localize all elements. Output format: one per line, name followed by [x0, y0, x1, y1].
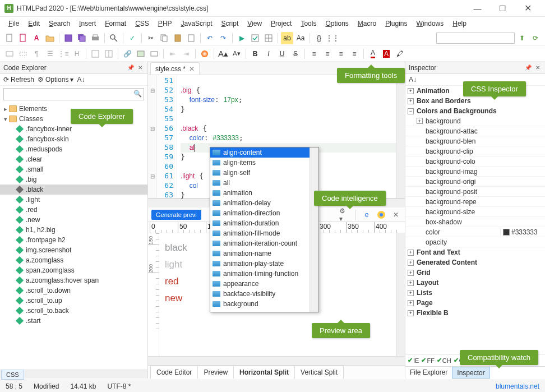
search-input[interactable]: [3, 88, 144, 100]
new-file-icon[interactable]: [3, 32, 16, 44]
property-row[interactable]: +background: [405, 116, 545, 126]
property-row[interactable]: box-shadow: [405, 217, 545, 227]
align-justify-icon[interactable]: ≡: [348, 48, 361, 60]
autocomplete-item[interactable]: align-content: [210, 147, 318, 158]
paste-icon[interactable]: [172, 32, 184, 44]
right-tab[interactable]: Inspector: [452, 367, 489, 379]
autocomplete-item[interactable]: animation-name: [210, 248, 318, 259]
upload-icon[interactable]: ⬆: [516, 32, 528, 44]
format-icon[interactable]: ⋮⋮: [326, 32, 339, 44]
font-color-icon[interactable]: A: [367, 48, 379, 60]
menu-insert[interactable]: Insert: [75, 18, 100, 29]
autocomplete-item[interactable]: align-items: [210, 158, 318, 168]
maximize-button[interactable]: ☐: [490, 1, 515, 16]
menu-view[interactable]: View: [243, 18, 266, 29]
menu-format[interactable]: Format: [101, 18, 130, 29]
generate-preview-button[interactable]: Generate previ: [151, 210, 201, 220]
link-icon[interactable]: 🔗: [121, 48, 133, 60]
tree-item[interactable]: .fancybox-inner: [0, 124, 147, 134]
menu-plugins[interactable]: Plugins: [381, 18, 411, 29]
property-row[interactable]: background-clip: [405, 146, 545, 156]
property-group[interactable]: +Lists: [405, 288, 545, 298]
tree-item[interactable]: .scroll_to.down: [0, 285, 147, 296]
property-row[interactable]: background-colo: [405, 156, 545, 167]
tree-item[interactable]: .new: [0, 215, 147, 225]
property-row[interactable]: background-attac: [405, 126, 545, 136]
property-row[interactable]: background-size: [405, 207, 545, 217]
ie-icon[interactable]: e: [361, 209, 372, 220]
close-button[interactable]: ✕: [515, 1, 541, 16]
autocomplete-item[interactable]: animation-timing-function: [210, 269, 318, 279]
autocomplete-item[interactable]: backface-visibility: [210, 289, 318, 299]
ol-icon[interactable]: ⋮≡: [57, 48, 70, 60]
tree-item[interactable]: a.zoomglass: [0, 255, 147, 265]
cut-icon[interactable]: ✂: [145, 32, 157, 44]
undo-icon[interactable]: ↶: [204, 32, 216, 44]
property-row[interactable]: background-imag: [405, 167, 545, 177]
case-icon[interactable]: Aa: [294, 32, 307, 44]
property-group[interactable]: +Grid: [405, 268, 545, 278]
minimize-button[interactable]: —: [465, 1, 490, 16]
close-panel-icon[interactable]: ✕: [534, 64, 542, 72]
file-tab[interactable]: style.css * ✕: [150, 62, 200, 75]
css-vertical-tab[interactable]: CSS: [1, 370, 24, 380]
tree-item[interactable]: .fancybox-skin: [0, 134, 147, 144]
tree-item[interactable]: a.zoomglass:hover span: [0, 275, 147, 285]
align-left-icon[interactable]: ≡: [308, 48, 320, 60]
menu-edit[interactable]: Edit: [24, 18, 44, 29]
close-tab-icon[interactable]: ✕: [189, 65, 195, 73]
close-preview-icon[interactable]: ✕: [390, 209, 401, 220]
property-group[interactable]: +Page: [405, 298, 545, 308]
property-row[interactable]: opacity: [405, 237, 545, 247]
menu-file[interactable]: File: [4, 18, 23, 29]
open-icon[interactable]: [44, 32, 56, 44]
property-row[interactable]: color#333333: [405, 227, 545, 237]
search-icon[interactable]: [108, 32, 120, 44]
tree-item[interactable]: .light: [0, 195, 147, 205]
p-icon[interactable]: ¶: [30, 48, 43, 60]
autocomplete-item[interactable]: appearance: [210, 279, 318, 289]
autocomplete-item[interactable]: all: [210, 178, 318, 188]
color-wheel-icon[interactable]: [198, 48, 211, 60]
property-group[interactable]: −Colors and Backgrounds: [405, 106, 545, 116]
menu-project[interactable]: Project: [267, 18, 295, 29]
autocomplete-item[interactable]: align-self: [210, 168, 318, 178]
property-group[interactable]: +Generated Content: [405, 257, 545, 268]
view-tab[interactable]: Code Editor: [150, 366, 198, 379]
view-tab[interactable]: Vertical Split: [294, 366, 344, 379]
font-plus-icon[interactable]: A▴: [217, 48, 229, 60]
tree-item[interactable]: .meduspods: [0, 144, 147, 154]
autocomplete-item[interactable]: background: [210, 299, 318, 309]
menu-script[interactable]: Script: [218, 18, 243, 29]
property-grid[interactable]: +Animation+Box and Borders−Colors and Ba…: [405, 86, 545, 354]
view-tab[interactable]: Preview: [197, 366, 234, 379]
highlight2-icon[interactable]: 🖍: [394, 48, 406, 60]
menu-macro[interactable]: Macro: [354, 18, 380, 29]
tree-view[interactable]: ▸Elements▾Classes.fancybox-inner.fancybo…: [0, 103, 147, 370]
tree-item[interactable]: .scroll_to.back: [0, 306, 147, 316]
menu-javascript[interactable]: JavaScript: [177, 18, 216, 29]
table2-icon[interactable]: [89, 48, 101, 60]
property-row[interactable]: background-blen: [405, 136, 545, 146]
autocomplete-item[interactable]: animation-duration: [210, 218, 318, 228]
align-right-icon[interactable]: ≡: [335, 48, 347, 60]
autocomplete-item[interactable]: animation-fill-mode: [210, 228, 318, 238]
autocomplete-item[interactable]: animation-iteration-count: [210, 238, 318, 248]
property-group[interactable]: +Flexible B: [405, 308, 545, 318]
pin-icon[interactable]: 📌: [524, 64, 532, 72]
h-icon[interactable]: H: [71, 48, 83, 60]
underline-icon[interactable]: U: [276, 48, 288, 60]
redo-icon[interactable]: ↷: [217, 32, 229, 44]
font-minus-icon[interactable]: A▾: [230, 48, 243, 60]
tree-item[interactable]: h1, h2.big: [0, 225, 147, 235]
grid-icon[interactable]: [103, 48, 115, 60]
options-button[interactable]: ⚙ Options ▾: [38, 76, 73, 84]
chrome-icon[interactable]: [376, 209, 387, 220]
tree-item[interactable]: img.screenshot: [0, 245, 147, 255]
print-icon[interactable]: [89, 32, 101, 44]
run-icon[interactable]: ▶: [235, 32, 248, 44]
tree-item[interactable]: .red: [0, 205, 147, 215]
div-icon[interactable]: [3, 48, 16, 60]
search-icon[interactable]: 🔍: [133, 90, 142, 98]
bg-color-icon[interactable]: A: [380, 48, 392, 60]
